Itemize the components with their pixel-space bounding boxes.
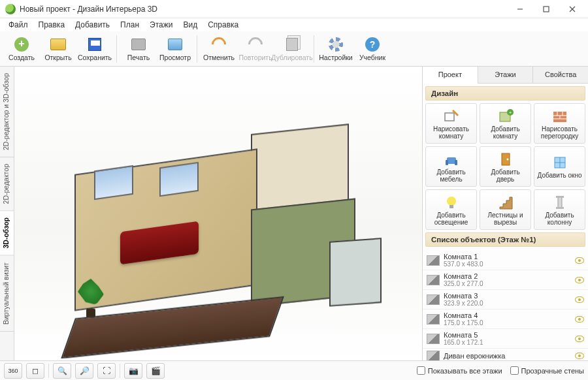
settings-button[interactable]: Настройки [318, 35, 353, 63]
toolbar-separator [48, 364, 49, 378]
tool-label: Нарисовать комнату [427, 125, 475, 140]
visibility-toggle-icon[interactable] [575, 277, 584, 283]
tab-virtual-visit[interactable]: Виртуальный визит [0, 256, 14, 332]
menu-add[interactable]: Добавить [71, 19, 114, 31]
duplicate-button[interactable]: Дублировать [274, 35, 310, 63]
maximize-button[interactable] [533, 1, 559, 17]
bottom-toolbar: 360 ◻ 🔍 🔎 ⛶ 📷 🎬 Показывать все этажи Про… [0, 360, 588, 380]
zoom-in-button[interactable]: 🔍 [53, 363, 71, 379]
rotate-360-button[interactable]: 360 [4, 363, 22, 379]
checkbox-label: Прозрачные стены [521, 367, 584, 375]
menu-plan[interactable]: План [116, 19, 144, 31]
preview-label: Просмотр [159, 54, 191, 61]
object-thumbnail-icon [427, 334, 440, 344]
help-icon: ? [365, 37, 380, 52]
menu-file[interactable]: Файл [4, 19, 33, 31]
camera-icon: 📷 [129, 366, 139, 375]
redo-button[interactable]: Повторить [238, 35, 273, 63]
toolbar-separator [116, 35, 117, 63]
zoom-out-button[interactable]: 🔎 [75, 363, 93, 379]
stairs-icon [497, 195, 514, 210]
video-button[interactable]: 🎬 [146, 363, 165, 379]
visibility-toggle-icon[interactable] [575, 336, 584, 342]
titlebar: Новый проект - Дизайн Интерьера 3D [0, 0, 588, 18]
print-button[interactable]: Печать [121, 35, 156, 63]
camera-button[interactable]: 📷 [124, 363, 142, 379]
object-row[interactable]: Комната 4175.0 x 175.0 [423, 309, 588, 329]
undo-label: Отменить [203, 54, 235, 61]
menu-help[interactable]: Справка [203, 19, 243, 31]
object-row[interactable]: Диван еврокнижка [423, 349, 588, 360]
svg-rect-15 [447, 157, 456, 164]
object-meta: Комната 4175.0 x 175.0 [444, 311, 571, 326]
tab-2d-editor[interactable]: 2D-редактор [0, 157, 14, 211]
plant-model [81, 285, 101, 318]
open-button[interactable]: Открыть [41, 35, 76, 63]
tool-label: Добавить освещение [427, 212, 475, 227]
view-angle-button[interactable]: ◻ [26, 363, 44, 379]
tutorial-button[interactable]: ?Учебник [355, 35, 390, 63]
object-meta: Комната 3323.9 x 220.0 [444, 292, 571, 307]
svg-rect-27 [556, 207, 564, 209]
object-name: Комната 5 [444, 331, 571, 339]
tool-add-lighting[interactable]: Добавить освещение [425, 189, 477, 230]
visibility-toggle-icon[interactable] [575, 296, 584, 303]
zoom-out-icon: 🔎 [80, 366, 90, 375]
object-row[interactable]: Комната 5165.0 x 172.1 [423, 329, 588, 349]
visibility-toggle-icon[interactable] [575, 353, 584, 359]
create-button[interactable]: Создать [4, 35, 39, 63]
tool-label: Добавить окно [538, 172, 582, 180]
undo-button[interactable]: Отменить [201, 35, 237, 63]
objects-list[interactable]: Комната 1537.0 x 483.0Комната 2325.0 x 2… [423, 251, 588, 360]
object-row[interactable]: Комната 2325.0 x 277.0 [423, 270, 588, 290]
tool-add-furniture[interactable]: Добавить мебель [425, 146, 477, 187]
minimize-button[interactable] [507, 1, 533, 17]
folder-icon [50, 39, 66, 50]
object-row[interactable]: Комната 3323.9 x 220.0 [423, 290, 588, 309]
tool-add-window[interactable]: Добавить окно [534, 146, 585, 187]
viewport-3d[interactable] [14, 67, 422, 360]
design-tools-grid: Нарисовать комнату +Добавить комнату Нар… [423, 103, 588, 230]
tool-draw-room[interactable]: Нарисовать комнату [425, 103, 477, 144]
toolbar-separator [314, 35, 314, 63]
toolbar: Создать Открыть Сохранить Печать Просмот… [0, 31, 588, 67]
tab-2d-3d-editor[interactable]: 2D-редактор и 3D-обзор [0, 67, 14, 157]
close-button[interactable] [559, 1, 585, 17]
save-button[interactable]: Сохранить [77, 35, 112, 63]
visibility-toggle-icon[interactable] [575, 316, 584, 323]
object-row[interactable]: Комната 1537.0 x 483.0 [423, 251, 588, 270]
gear-icon [329, 37, 343, 52]
tool-add-room[interactable]: +Добавить комнату [480, 103, 531, 144]
tool-label: Лестницы и вырезы [482, 212, 529, 227]
tab-3d-view[interactable]: 3D-обзор [0, 211, 14, 255]
object-thumbnail-icon [427, 351, 440, 360]
menu-view[interactable]: Вид [178, 19, 202, 31]
tool-stairs[interactable]: Лестницы и вырезы [480, 189, 531, 230]
object-name: Диван еврокнижка [444, 352, 571, 360]
save-icon [88, 38, 101, 51]
transparent-walls-input[interactable] [510, 366, 519, 375]
zoom-in-icon: 🔍 [57, 366, 67, 375]
fit-button[interactable]: ⛶ [97, 363, 116, 379]
show-all-floors-checkbox[interactable]: Показывать все этажи [417, 366, 502, 375]
transparent-walls-checkbox[interactable]: Прозрачные стены [510, 366, 584, 375]
tool-add-column[interactable]: Добавить колонну [534, 189, 585, 230]
menu-edit[interactable]: Правка [34, 19, 70, 31]
tool-add-door[interactable]: Добавить дверь [480, 146, 531, 187]
objects-section-header: Список объектов (Этаж №1) [425, 232, 585, 247]
preview-button[interactable]: Просмотр [157, 35, 193, 63]
left-tabs: 2D-редактор и 3D-обзор 2D-редактор 3D-об… [0, 67, 14, 360]
show-all-floors-input[interactable] [417, 366, 425, 375]
tab-project[interactable]: Проект [423, 67, 478, 84]
room-kitchen [251, 123, 349, 212]
tab-properties[interactable]: Свойства [532, 67, 588, 83]
tool-label: Добавить мебель [427, 168, 475, 183]
visibility-toggle-icon[interactable] [575, 257, 584, 264]
app-icon [5, 4, 16, 14]
tool-draw-partition[interactable]: Нарисовать перегородку [534, 103, 585, 144]
menu-floors[interactable]: Этажи [145, 19, 177, 31]
column-icon [551, 195, 568, 210]
svg-rect-25 [558, 197, 562, 208]
door-icon [497, 151, 514, 167]
tab-floors[interactable]: Этажи [478, 67, 533, 83]
